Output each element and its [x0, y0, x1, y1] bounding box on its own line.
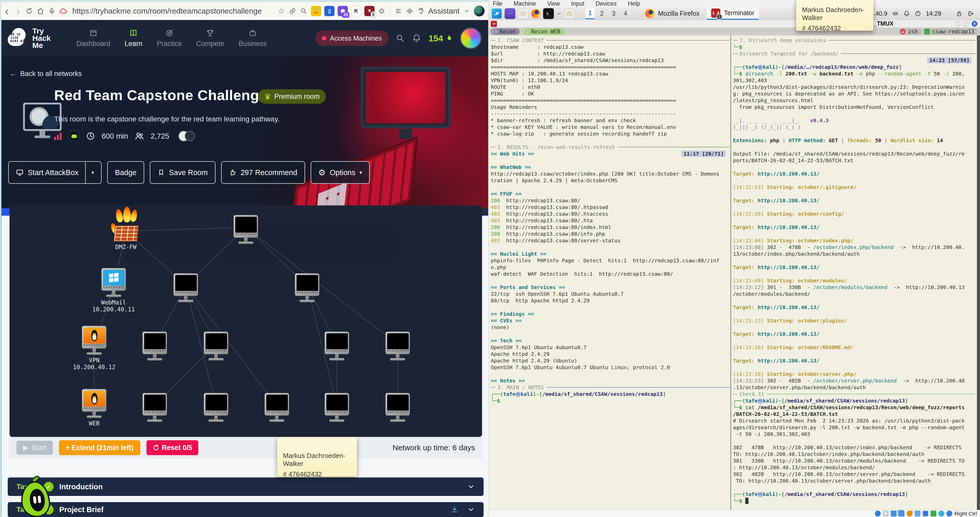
task-1-row[interactable]: Task 1 ✓ Introduction — [8, 477, 484, 496]
close-button[interactable]: ✕ — [972, 21, 977, 27]
reader-lines-icon[interactable] — [393, 7, 404, 15]
nav-business[interactable]: Business — [239, 29, 267, 48]
diagram-node-m5[interactable] — [204, 331, 228, 361]
browser-profile-avatar[interactable] — [474, 6, 485, 16]
diagram-node-m4[interactable] — [142, 331, 167, 361]
purple-ext-icon[interactable]: ⬢25 — [337, 6, 348, 16]
logout-icon[interactable] — [967, 10, 974, 17]
bookmark-star-icon[interactable]: ☆ — [275, 6, 287, 16]
diagram-node-m8[interactable] — [142, 393, 167, 422]
network-extend-button[interactable]: + Extend (21min left) — [59, 440, 140, 455]
firefox-launcher-icon[interactable] — [531, 9, 541, 18]
menu-devices[interactable]: Devices — [596, 0, 617, 7]
chevron-down-icon[interactable] — [467, 483, 475, 491]
volume-icon[interactable] — [892, 10, 899, 17]
launcher-chevron-icon[interactable] — [557, 11, 562, 16]
network-start-button[interactable]: ▶Start — [16, 441, 53, 455]
thm-header: 10 1011100101 01 TryHackMe Dashboard Lea… — [2, 20, 488, 56]
terminal-area[interactable]: 1. CSAW CONTEXT$hostname : redcap13.csaw… — [489, 35, 980, 510]
workspace-3[interactable]: 3 — [609, 8, 618, 19]
workspace-4[interactable]: 4 — [621, 8, 630, 19]
diagram-node-m12[interactable] — [385, 393, 410, 422]
save-room-button[interactable]: Save Room — [150, 161, 215, 184]
nav-learn[interactable]: Learn — [125, 29, 142, 48]
assistant-label[interactable]: Assistant — [428, 7, 460, 15]
tmux-pane-divider[interactable] — [730, 35, 731, 510]
lock-ext-icon[interactable]: 🔓 — [311, 6, 321, 16]
diagram-node-web[interactable]: WEB — [82, 389, 107, 427]
access-machines-button[interactable]: Access Machines — [315, 30, 388, 46]
diagram-node-m3[interactable] — [295, 273, 320, 302]
notifications-bell-icon[interactable] — [903, 10, 910, 17]
extensions-puzzle-icon[interactable] — [376, 8, 387, 14]
points-counter[interactable]: 154 — [428, 34, 453, 43]
menu-file[interactable]: File — [493, 0, 502, 7]
show-desktop-icon[interactable]: ⋯ — [504, 8, 515, 19]
menu-machine[interactable]: Machine — [514, 0, 536, 7]
toolbar-chevron-icon[interactable] — [461, 8, 472, 14]
waveform-icon[interactable] — [404, 7, 415, 15]
attackbox-dropdown[interactable]: ▾ — [85, 162, 94, 183]
forward-icon[interactable]: › — [12, 5, 24, 18]
reload-icon[interactable] — [24, 7, 35, 15]
lock-screen-icon[interactable] — [956, 10, 963, 17]
kali-menu-icon[interactable] — [491, 8, 502, 19]
folder-icon[interactable]: 🗀 — [564, 8, 575, 19]
terminal-launcher-icon[interactable]: $_ — [543, 8, 554, 19]
task-2-row[interactable]: Task 2 ✓ Project Brief — [8, 502, 484, 517]
terminal-scrollbar[interactable] — [977, 35, 980, 510]
blue-ext-icon[interactable]: ▯ — [324, 6, 334, 16]
diagram-node-vpn[interactable]: VPN 10.200.40.12 — [73, 326, 115, 371]
tmux-window-1-recon[interactable]: 1Recon — [491, 28, 520, 35]
nav-practice[interactable]: Practice — [157, 29, 182, 48]
thm-logo-icon[interactable]: 10 1011100101 01 — [6, 26, 37, 51]
taskbar-terminator-item[interactable]: $ #2 Terminator — [706, 8, 759, 20]
search-icon[interactable] — [396, 34, 405, 43]
nav-compete[interactable]: Compete — [196, 29, 224, 48]
screenshot-ext-icon[interactable] — [298, 8, 309, 14]
workspace-2[interactable]: 2 — [597, 8, 606, 19]
menu-help[interactable]: Help — [628, 0, 640, 7]
power-icon[interactable] — [915, 10, 921, 17]
badge-button[interactable]: Badge — [107, 161, 144, 184]
network-diagram[interactable]: DMZ-FWWebMail 10.200.40.11VPN 10.200.40.… — [10, 205, 482, 437]
bell-icon[interactable] — [412, 34, 421, 43]
chevron-down-icon[interactable] — [467, 506, 475, 514]
file-manager-icon[interactable]: 🗀 — [518, 8, 529, 19]
diagram-node-m9[interactable] — [204, 393, 228, 422]
diagram-node-fw[interactable]: DMZ-FW — [112, 216, 140, 251]
terminator-titlebar[interactable]: $# csaw-redcap13_TMUX ✕ — [489, 20, 980, 28]
link-icon[interactable] — [287, 8, 298, 14]
shield-ext-icon[interactable]: ▼5 — [364, 6, 375, 16]
back-to-networks-link[interactable]: ←Back to all networks — [10, 70, 82, 78]
start-attackbox-button[interactable]: Start AttackBox ▾ — [8, 161, 102, 184]
back-icon[interactable]: ‹ — [1, 5, 12, 18]
diagram-node-m7[interactable] — [385, 331, 410, 361]
url-text[interactable]: https://tryhackme.com/room/redteamcapsto… — [72, 7, 275, 15]
nav-dashboard[interactable]: Dashboard — [76, 29, 110, 48]
tmux-window-2-recon-web[interactable]: 2Recon-WEB — [522, 28, 565, 35]
taskbar-firefox-item[interactable]: Mozilla Firefox — [641, 8, 704, 20]
network-reset-button[interactable]: Reset 0/5 — [146, 440, 199, 455]
diagram-node-m11[interactable] — [325, 393, 349, 422]
diagram-node-webmail[interactable]: WebMail 10.200.40.11 — [92, 268, 135, 313]
maximize-button[interactable] — [963, 21, 969, 27]
menu-input[interactable]: Input — [571, 0, 584, 7]
diagram-node-m6[interactable] — [325, 331, 349, 361]
download-icon[interactable] — [451, 506, 458, 514]
microphone-icon[interactable] — [46, 8, 57, 14]
menu-view[interactable]: View — [547, 0, 560, 7]
diagram-node-m2[interactable] — [173, 273, 198, 302]
options-button[interactable]: ⚙ Options▾ — [311, 161, 370, 184]
workspace-1[interactable]: 1 — [585, 8, 595, 19]
home-icon[interactable] — [35, 7, 46, 15]
diagram-node-m1[interactable] — [234, 215, 258, 244]
assistant-ear-icon[interactable] — [415, 7, 426, 15]
minimize-button[interactable] — [955, 21, 961, 27]
user-avatar[interactable] — [460, 27, 482, 49]
diagram-node-m10[interactable] — [264, 393, 289, 422]
recommend-button[interactable]: 297 Recommend — [221, 161, 305, 184]
keepass-ext-icon[interactable]: K — [351, 6, 361, 16]
tmux-pane-left[interactable]: 1. CSAW CONTEXT$hostname : redcap13.csaw… — [491, 37, 730, 509]
tmux-pane-right[interactable]: 7. Dirsearch deep extensions└─$Dirsearch… — [733, 37, 976, 509]
